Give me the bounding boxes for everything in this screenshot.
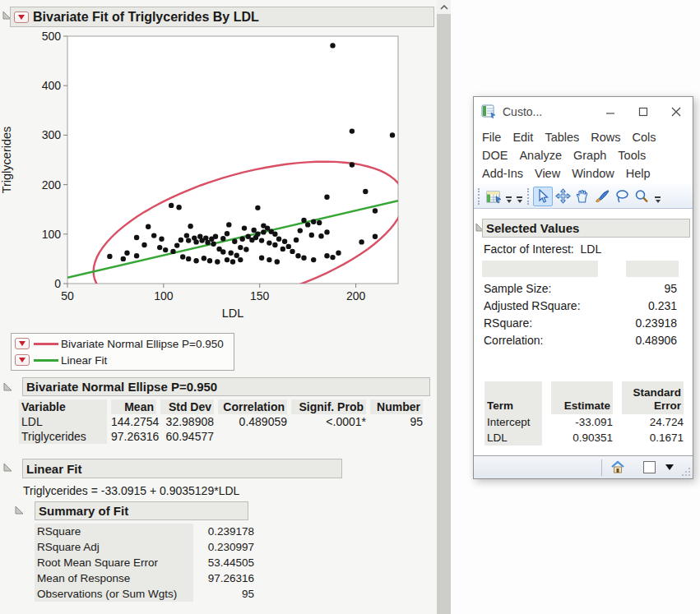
scroll-up-button[interactable] [437,0,451,14]
data-point[interactable] [301,218,306,223]
data-point[interactable] [286,244,291,249]
red-triangle-menu-button[interactable] [15,338,30,349]
data-point[interactable] [259,256,264,261]
menu-tools[interactable]: Tools [618,149,646,162]
data-point[interactable] [272,232,277,237]
data-point[interactable] [330,43,335,48]
data-point[interactable] [311,219,316,224]
data-point[interactable] [193,258,198,263]
data-point[interactable] [226,222,231,227]
menu-add-ins[interactable]: Add-Ins [482,167,523,180]
arrow-cursor-tool[interactable] [533,187,553,206]
menu-window[interactable]: Window [572,167,614,180]
ellipse-section-header[interactable]: Bivariate Normal Ellipse P=0.950 [22,377,430,396]
menu-view[interactable]: View [535,167,560,180]
data-point[interactable] [324,229,329,234]
resize-grip[interactable] [681,467,691,477]
data-point[interactable] [318,233,323,238]
menu-doe[interactable]: DOE [482,149,508,162]
data-point[interactable] [203,235,208,240]
data-point[interactable] [267,240,271,245]
disclosure-triangle-icon[interactable] [3,382,12,391]
data-point[interactable] [309,233,314,238]
data-point[interactable] [163,247,168,252]
data-point[interactable] [176,205,181,210]
move-tool[interactable] [553,187,573,206]
data-point[interactable] [124,251,129,256]
data-point[interactable] [186,256,191,261]
data-point[interactable] [305,222,310,227]
data-point[interactable] [234,253,239,258]
grabber-hand-tool[interactable] [573,187,592,206]
data-point[interactable] [159,237,164,242]
data-point[interactable] [243,247,248,252]
data-point[interactable] [225,257,229,262]
data-point[interactable] [373,208,378,213]
selected-values-header[interactable]: Selected Values [482,219,690,238]
window-list-button[interactable] [643,461,656,473]
data-point[interactable] [252,228,257,233]
data-point[interactable] [169,203,174,208]
home-button[interactable] [610,460,625,474]
data-point[interactable] [174,242,179,247]
data-point[interactable] [213,234,218,239]
data-point[interactable] [282,239,287,244]
toolbar-drag-handle[interactable] [478,188,480,205]
vertical-scrollbar[interactable] [437,0,451,614]
menu-help[interactable]: Help [626,167,651,180]
data-point[interactable] [249,238,254,242]
data-point[interactable] [390,132,395,137]
close-button[interactable] [660,99,693,124]
disclosure-triangle-icon[interactable] [15,506,24,515]
magnifier-tool[interactable] [632,187,651,206]
data-point[interactable] [238,245,243,250]
data-point[interactable] [157,245,162,250]
data-point[interactable] [180,254,185,259]
data-point[interactable] [215,259,220,264]
data-point[interactable] [202,256,206,261]
data-point[interactable] [238,257,243,262]
data-point[interactable] [220,249,225,254]
data-point[interactable] [242,225,247,230]
data-point[interactable] [359,239,364,244]
lasso-tool[interactable] [612,187,632,206]
toolbar-dropdown[interactable] [514,187,525,205]
data-point[interactable] [373,234,378,239]
data-point[interactable] [301,256,306,261]
menu-analyze[interactable]: Analyze [519,149,562,162]
data-point[interactable] [311,257,316,262]
data-point[interactable] [188,224,192,229]
status-dropdown-icon[interactable] [665,464,674,470]
maximize-button[interactable] [627,99,660,124]
scrollbar-thumb[interactable] [437,14,451,614]
toolbar-dropdown[interactable] [503,187,514,205]
data-point[interactable] [276,237,281,242]
menu-graph[interactable]: Graph [573,149,606,162]
new-data-table-button[interactable] [484,187,503,206]
linear-fit-section-header[interactable]: Linear Fit [22,459,342,478]
data-point[interactable] [255,232,260,237]
data-point[interactable] [298,228,303,233]
data-point[interactable] [317,220,322,225]
menu-rows[interactable]: Rows [591,131,620,144]
data-point[interactable] [178,238,183,242]
data-point[interactable] [280,247,285,252]
window-title-bar[interactable]: Custo... [474,97,693,126]
data-point[interactable] [275,259,280,264]
data-point[interactable] [197,234,202,239]
menu-edit[interactable]: Edit [512,131,533,144]
data-point[interactable] [192,235,197,240]
menu-tables[interactable]: Tables [545,131,579,144]
summary-of-fit-header[interactable]: Summary of Fit [35,501,248,520]
data-point[interactable] [232,239,237,244]
toolbar-drag-handle[interactable] [527,188,530,205]
data-point[interactable] [240,237,245,242]
data-point[interactable] [184,233,189,238]
data-point[interactable] [295,253,300,258]
data-point[interactable] [107,254,112,259]
data-point[interactable] [134,253,139,258]
menu-cols[interactable]: Cols [633,131,656,144]
data-point[interactable] [350,162,355,167]
data-point[interactable] [134,235,139,240]
toolbar-dropdown[interactable] [652,187,663,205]
